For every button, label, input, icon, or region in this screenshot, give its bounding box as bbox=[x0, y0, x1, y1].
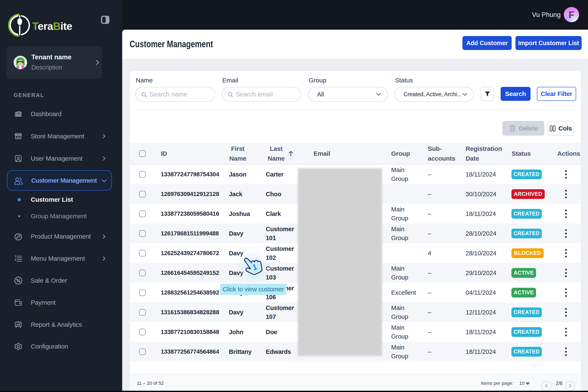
svg-text:1: 1 bbox=[15, 255, 16, 258]
svg-text:2: 2 bbox=[15, 258, 16, 261]
svg-text:F: F bbox=[569, 10, 574, 20]
